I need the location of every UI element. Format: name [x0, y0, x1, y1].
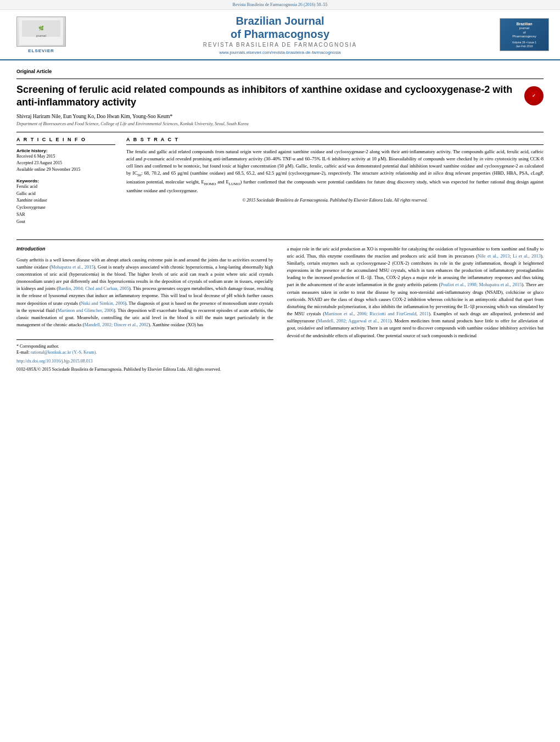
keywords-label: Keywords: — [16, 178, 115, 183]
journal-header: 🌿 journal ELSEVIER Brazilian Journal of … — [0, 10, 560, 60]
keywords-section: Keywords: Ferulic acid Gallic acid Xanth… — [16, 178, 115, 226]
svg-text:🌿: 🌿 — [38, 25, 44, 31]
right-logo-image: Brazilian journal of Pharmacognosy Volum… — [500, 18, 549, 51]
doi-link[interactable]: http://dx.doi.org/10.1016/j.bjp.2015.08.… — [16, 358, 273, 365]
article-info-header: A R T I C L E I N F O — [16, 137, 115, 145]
journal-subtitle: REVISTA BRASILEIRA DE FARMACOGNOSIA — [82, 42, 478, 48]
body-section: Introduction Gouty arthritis is a well k… — [16, 246, 544, 373]
email-link[interactable]: rational@konkuk.ac.kr (Y.-S. Keum). — [31, 350, 97, 355]
abstract-copyright: © 2015 Sociedade Brasileira de Farmacogn… — [126, 198, 544, 203]
body-divider — [16, 239, 544, 240]
right-logo-block: Brazilian journal of Pharmacognosy Volum… — [489, 18, 549, 51]
keyword-6: Gout — [16, 219, 115, 226]
article-history-section: Article history: Received 6 May 2015 Acc… — [16, 148, 115, 173]
available-date: Available online 29 November 2015 — [16, 166, 115, 173]
abstract-text: The ferulic and gallic acid related comp… — [126, 148, 544, 194]
journal-title-line1: Brazilian Journal of Pharmacognosy — [82, 14, 478, 41]
main-content: Original Article Screening of ferulic ac… — [0, 60, 560, 381]
elsevier-label: ELSEVIER — [28, 48, 54, 53]
info-divider — [16, 132, 544, 132]
elsevier-logo-image: 🌿 journal — [16, 16, 66, 47]
keyword-4: Cyclooxygenase — [16, 204, 115, 211]
introduction-title: Introduction — [16, 246, 273, 253]
crossmark-icon: ✓ — [532, 93, 536, 98]
article-type: Original Article — [16, 69, 544, 74]
right-logo-text: Brazilian journal of Pharmacognosy Volum… — [512, 21, 536, 48]
journal-citation-bar: Revista Brasileira de Farmacognosia 26 (… — [0, 0, 560, 10]
received-date: Received 6 May 2015 — [16, 153, 115, 160]
page-container: Revista Brasileira de Farmacognosia 26 (… — [0, 0, 560, 742]
affiliation-line: Department of Bioresources and Food Scie… — [16, 121, 544, 126]
history-label: Article history: — [16, 148, 115, 153]
keyword-1: Ferulic acid — [16, 183, 115, 191]
body-left-col: Introduction Gouty arthritis is a well k… — [16, 246, 273, 373]
journal-citation: Revista Brasileira de Farmacognosia 26 (… — [233, 2, 328, 7]
intro-left-text: Gouty arthritis is a well known disease … — [16, 256, 273, 329]
body-right-col: a major role in the uric acid production… — [287, 246, 544, 373]
bottom-copyright: 0102-695X/© 2015 Sociedade Brasileira de… — [16, 366, 273, 372]
abstract-col: A B S T R A C T The ferulic and gallic a… — [126, 137, 544, 231]
info-abstract-section: A R T I C L E I N F O Article history: R… — [16, 137, 544, 231]
intro-right-text: a major role in the uric acid production… — [287, 246, 544, 339]
title-divider — [16, 79, 544, 79]
email-label: E-mail: — [16, 350, 30, 355]
keyword-5: SAR — [16, 211, 115, 219]
footnote-section: * Corresponding author. E-mail: rational… — [16, 339, 273, 355]
keyword-3: Xanthine oxidase — [16, 197, 115, 204]
authors-line: Shivraj Hariram Nile, Eun Young Ko, Doo … — [16, 114, 544, 119]
article-title: Screening of ferulic acid related compou… — [16, 83, 524, 109]
article-title-section: Screening of ferulic acid related compou… — [16, 83, 544, 109]
abstract-header: A B S T R A C T — [126, 137, 544, 145]
crossmark-badge[interactable]: ✓ — [524, 86, 544, 105]
accepted-date: Accepted 23 August 2015 — [16, 160, 115, 166]
journal-title-block: Brazilian Journal of Pharmacognosy REVIS… — [71, 14, 489, 55]
journal-url[interactable]: www.journals.elsevier.com/revista-brasil… — [82, 50, 478, 55]
article-info-col: A R T I C L E I N F O Article history: R… — [16, 137, 115, 231]
corresponding-footnote: * Corresponding author. E-mail: rational… — [16, 343, 273, 355]
keyword-2: Gallic acid — [16, 191, 115, 198]
elsevier-logo-block: 🌿 journal ELSEVIER — [11, 16, 71, 53]
svg-text:journal: journal — [36, 34, 46, 37]
